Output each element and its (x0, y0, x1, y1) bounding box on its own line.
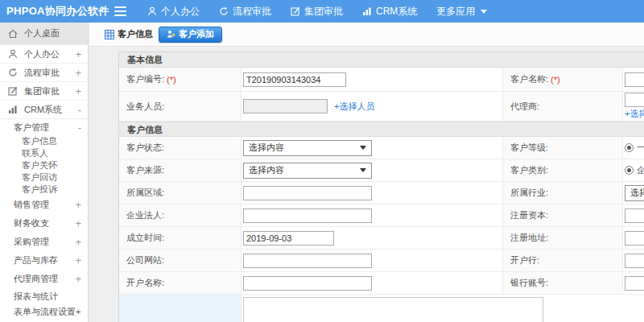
sidebar-item-label: 客户关怀 (22, 159, 57, 171)
nav-process-approval[interactable]: 流程审批 (219, 5, 271, 19)
label-text: 业务人员: (126, 101, 164, 113)
sidebar-item-products-inventory[interactable]: 产品与库存 + (0, 251, 88, 270)
expand-plus-icon[interactable]: + (75, 67, 81, 79)
radio-button[interactable] (625, 166, 634, 175)
select-value: 选择内容 (630, 187, 644, 199)
field-value-customer-name (623, 68, 644, 91)
sidebar-item-label: 表单与流程设置+ (14, 306, 80, 318)
chart-icon (362, 6, 372, 16)
field-label-customer-name: 客户名称: (*) (503, 68, 623, 91)
sidebar: 个人桌面 个人办公 + 流程审批 + 集团审批 + CRM系统 - 客户管理 -… (0, 23, 89, 322)
tab-customer-add[interactable]: 客户添加 (159, 27, 222, 43)
form-row: 客户来源: 选择内容 客户类别: 企业 (119, 159, 644, 182)
sidebar-item-label: 客户投诉 (22, 184, 57, 196)
label-text: 注册地址: (510, 232, 548, 244)
sidebar-item-contacts[interactable]: 联系人 (0, 147, 88, 159)
field-value-customer-status: 选择内容 (242, 137, 503, 159)
radio-button[interactable] (625, 143, 634, 152)
expand-plus-icon[interactable]: + (75, 217, 81, 229)
collapse-minus-icon[interactable]: - (78, 104, 81, 116)
nav-personal-office[interactable]: 个人办公 (147, 5, 200, 19)
label-text: 客户状态: (126, 142, 164, 154)
sidebar-item-customer-complaint[interactable]: 客户投诉 (0, 184, 88, 196)
expand-plus-icon[interactable]: + (75, 199, 81, 211)
sidebar-item-customer-followup[interactable]: 客户回访 (0, 171, 88, 184)
sidebar-item-customer-management[interactable]: 客户管理 - (0, 119, 88, 135)
sidebar-item-customer-care[interactable]: 客户关怀 (0, 159, 88, 171)
tab-label: 客户信息 (118, 28, 153, 40)
customer-status-select[interactable]: 选择内容 (243, 140, 372, 156)
sidebar-item-label: 个人办公 (24, 48, 60, 60)
choose-person-link[interactable]: +选择人员 (334, 101, 374, 113)
account-name-input[interactable] (243, 276, 372, 291)
registered-address-input[interactable] (625, 231, 644, 246)
sidebar-item-label: 联系人 (22, 147, 48, 159)
sidebar-item-finance[interactable]: 财务收支 + (0, 214, 88, 233)
field-label-customer-level: 客户等级: (503, 137, 623, 159)
required-marker: (*) (167, 75, 176, 85)
website-input[interactable] (243, 254, 372, 268)
choose-agent-link[interactable]: +选择代理商 (625, 108, 644, 120)
customer-no-input[interactable] (243, 72, 346, 87)
nav-more-apps[interactable]: 更多应用 (436, 5, 487, 19)
hamburger-menu-icon[interactable] (114, 6, 126, 16)
sidebar-item-process-approval[interactable]: 流程审批 + (0, 64, 88, 82)
sidebar-item-group-approval[interactable]: 集团审批 + (0, 82, 88, 101)
expand-plus-icon[interactable]: + (75, 254, 81, 266)
field-value-remarks (242, 295, 644, 322)
sales-person-input[interactable] (243, 99, 328, 114)
field-label-established: 成立时间: (119, 227, 242, 249)
sidebar-item-admin-office[interactable]: 行政办公 + (0, 319, 88, 322)
expand-plus-icon[interactable]: + (75, 236, 81, 248)
tab-customer-info[interactable]: 客户信息 (105, 28, 153, 40)
sidebar-item-agent-management[interactable]: 代理商管理 + (0, 270, 88, 288)
region-input[interactable] (243, 186, 372, 200)
industry-select[interactable]: 选择内容 (625, 185, 644, 201)
form-row: 开户名称: 银行账号: (119, 272, 644, 295)
bank-account-input[interactable] (625, 276, 644, 291)
field-label-registered-address: 注册地址: (503, 227, 623, 249)
expand-plus-icon[interactable]: + (75, 48, 81, 60)
sidebar-item-label: 产品与库存 (14, 254, 58, 266)
field-value-sales-person: +选择人员 (242, 92, 503, 121)
nav-label: CRM系统 (376, 5, 417, 19)
established-date-input[interactable] (243, 231, 334, 246)
field-label-customer-no: 客户编号: (*) (119, 68, 242, 91)
sidebar-item-reports-statistics[interactable]: 报表与统计 (0, 288, 88, 304)
sidebar-item-form-process-settings[interactable]: 表单与流程设置+ (0, 304, 88, 319)
legal-person-input[interactable] (243, 208, 372, 223)
expand-plus-icon[interactable]: + (75, 273, 81, 285)
sidebar-item-crm-system[interactable]: CRM系统 - (0, 101, 88, 119)
sidebar-item-label: 财务收支 (14, 217, 49, 229)
caret-down-icon (360, 146, 366, 150)
sidebar-item-customer-info[interactable]: 客户信息 (0, 135, 88, 147)
nav-label: 更多应用 (436, 5, 475, 19)
edit-icon (8, 86, 19, 96)
expand-plus-icon[interactable]: + (75, 85, 81, 97)
sidebar-item-purchase-management[interactable]: 采购管理 + (0, 233, 88, 251)
field-value-bank (623, 250, 644, 271)
registered-capital-input[interactable] (625, 208, 644, 223)
field-label-customer-category: 客户类别: (503, 159, 623, 181)
agent-input[interactable] (625, 93, 644, 107)
person-icon (147, 6, 157, 16)
radio-label: 一星 (637, 142, 644, 154)
sidebar-item-label: 报表与统计 (14, 291, 58, 303)
collapse-minus-icon[interactable]: - (78, 122, 81, 134)
sidebar-item-personal-office[interactable]: 个人办公 + (0, 45, 88, 64)
field-value-industry: 选择内容 (623, 182, 644, 204)
field-label-account-name: 开户名称: (119, 272, 242, 294)
remarks-textarea[interactable] (243, 297, 543, 322)
sidebar-item-personal-desktop[interactable]: 个人桌面 (0, 23, 88, 45)
nav-group-approval[interactable]: 集团审批 (291, 5, 343, 19)
label-text: 开户行: (510, 254, 539, 266)
field-value-customer-category: 企业 (623, 159, 644, 181)
sidebar-item-sales-management[interactable]: 销售管理 + (0, 196, 88, 214)
cycle-icon (8, 68, 19, 77)
tab-label: 客户添加 (179, 28, 214, 40)
bank-input[interactable] (625, 254, 644, 268)
customer-source-select[interactable]: 选择内容 (243, 163, 372, 179)
customer-name-input[interactable] (625, 72, 644, 87)
field-label-remarks (119, 295, 242, 322)
nav-crm-system[interactable]: CRM系统 (362, 5, 417, 19)
